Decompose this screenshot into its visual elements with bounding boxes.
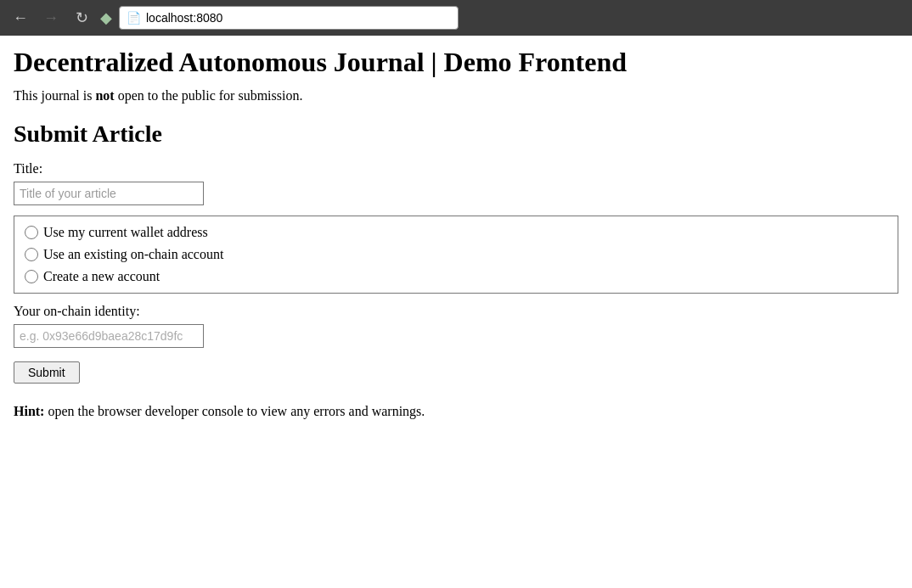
address-bar[interactable]: 📄 localhost:8080: [119, 6, 459, 30]
radio-wallet-label[interactable]: Use my current wallet address: [43, 225, 208, 240]
identity-input[interactable]: [14, 324, 204, 348]
radio-existing-label[interactable]: Use an existing on-chain account: [43, 247, 223, 262]
radio-option-existing: Use an existing on-chain account: [25, 247, 887, 262]
subtitle-bold: not: [95, 88, 114, 103]
hint-paragraph: Hint: open the browser developer console…: [14, 404, 898, 419]
section-heading: Submit Article: [14, 120, 898, 148]
back-button[interactable]: ←: [8, 6, 32, 30]
page-content: Decentralized Autonomous Journal | Demo …: [0, 36, 912, 440]
subtitle: This journal is not open to the public f…: [14, 88, 898, 104]
hint-text: open the browser developer console to vi…: [44, 404, 425, 418]
url-text: localhost:8080: [146, 11, 222, 25]
browser-chrome: ← → ↻ ◆ 📄 localhost:8080: [0, 0, 912, 36]
radio-option-wallet: Use my current wallet address: [25, 225, 887, 240]
hint-label: Hint:: [14, 404, 44, 418]
subtitle-prefix: This journal is: [14, 88, 95, 103]
shield-icon: ◆: [100, 8, 112, 27]
forward-button[interactable]: →: [39, 6, 63, 30]
title-input[interactable]: [14, 182, 204, 205]
submit-button[interactable]: Submit: [14, 361, 80, 384]
identity-label: Your on-chain identity:: [14, 304, 898, 319]
radio-existing-input[interactable]: [25, 248, 38, 261]
subtitle-suffix: open to the public for submission.: [115, 88, 303, 103]
radio-new-input[interactable]: [25, 270, 38, 283]
radio-option-new: Create a new account: [25, 269, 887, 284]
radio-new-label[interactable]: Create a new account: [43, 269, 160, 284]
radio-group: Use my current wallet address Use an exi…: [14, 216, 898, 294]
reload-button[interactable]: ↻: [70, 6, 93, 30]
radio-wallet-input[interactable]: [25, 226, 38, 239]
title-label: Title:: [14, 161, 898, 176]
page-title: Decentralized Autonomous Journal | Demo …: [14, 46, 898, 78]
page-icon: 📄: [127, 11, 141, 25]
